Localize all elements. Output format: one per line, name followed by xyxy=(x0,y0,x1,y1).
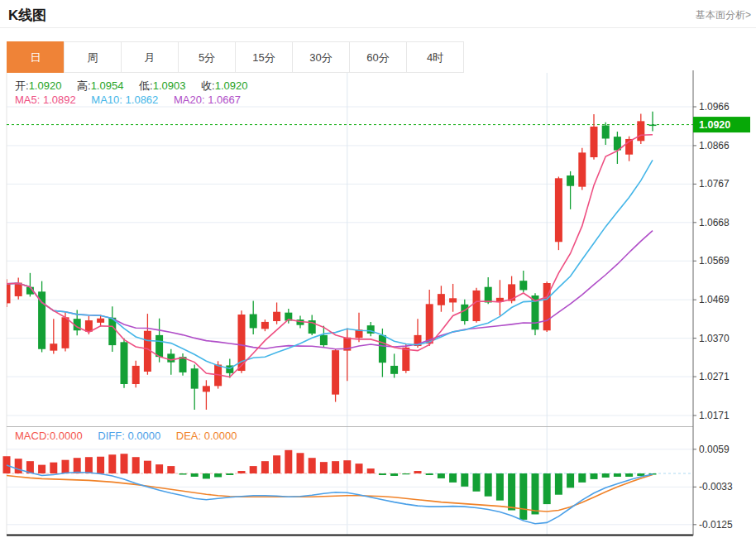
svg-text:1.0569: 1.0569 xyxy=(699,255,730,267)
svg-text:1.0767: 1.0767 xyxy=(699,178,730,190)
tab-period-3[interactable]: 5分 xyxy=(178,41,236,73)
svg-text:1.0866: 1.0866 xyxy=(699,140,730,151)
fundamental-analysis-link[interactable]: 基本面分析> xyxy=(696,8,751,22)
tab-period-7[interactable]: 4时 xyxy=(406,41,464,73)
svg-text:-0.0125: -0.0125 xyxy=(699,519,733,531)
tab-period-5[interactable]: 30分 xyxy=(292,41,350,73)
diff-value: DIFF: 0.0000 xyxy=(98,430,160,442)
macd-histogram xyxy=(3,450,657,520)
low-value: 低:1.0903 xyxy=(139,79,185,92)
price-axis: 1.09661.09201.08661.07671.06681.05691.04… xyxy=(693,70,750,536)
svg-text:1.0469: 1.0469 xyxy=(699,294,730,305)
page-title: K线图 xyxy=(8,6,46,25)
tab-period-6[interactable]: 60分 xyxy=(349,41,407,73)
svg-text:0.0059: 0.0059 xyxy=(699,444,730,455)
open-value: 开:1.0920 xyxy=(15,79,61,92)
tab-period-1[interactable]: 周 xyxy=(64,41,122,73)
macd-value: MACD:0.0000 xyxy=(15,430,83,442)
svg-text:-0.0033: -0.0033 xyxy=(699,481,733,492)
ma10-value: MA10: 1.0862 xyxy=(91,94,158,106)
period-tabs: 日周月5分15分30分60分4时 xyxy=(7,41,464,73)
macd-info-row: MACD:0.0000 DIFF: 0.0000 DEA: 0.0000 xyxy=(15,430,250,442)
svg-text:1.0370: 1.0370 xyxy=(699,333,730,344)
high-value: 高:1.0954 xyxy=(77,79,123,92)
ma-lines xyxy=(7,135,653,377)
svg-text:1.0966: 1.0966 xyxy=(699,101,730,113)
svg-text:1.0171: 1.0171 xyxy=(699,410,730,421)
close-value: 收:1.0920 xyxy=(201,79,247,92)
tab-period-0[interactable]: 日 xyxy=(7,41,65,73)
ma-info-row: MA5: 1.0892 MA10: 1.0862 MA20: 1.0667 xyxy=(15,94,253,106)
header-divider xyxy=(0,27,756,28)
dea-value: DEA: 0.0000 xyxy=(176,430,237,442)
svg-text:1.0920: 1.0920 xyxy=(699,119,730,131)
tab-period-2[interactable]: 月 xyxy=(121,41,179,73)
tab-period-4[interactable]: 15分 xyxy=(235,41,293,73)
kline-page: 1.09661.09201.08661.07671.06681.05691.04… xyxy=(0,0,756,538)
ohlc-info-row: 开:1.0920 高:1.0954 低:1.0903 收:1.0920 xyxy=(15,79,260,94)
svg-text:1.0668: 1.0668 xyxy=(699,217,730,228)
ma20-value: MA20: 1.0667 xyxy=(174,94,241,106)
ma5-value: MA5: 1.0892 xyxy=(15,94,76,106)
svg-text:1.0271: 1.0271 xyxy=(699,371,730,382)
ma5-line xyxy=(7,135,653,377)
